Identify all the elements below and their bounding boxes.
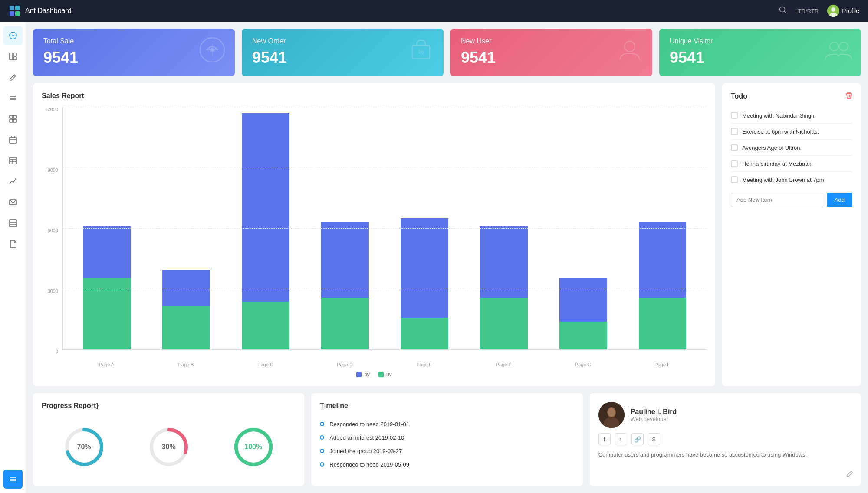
stat-card-total-sale: Total Sale 9541 %	[33, 29, 235, 76]
todo-checkbox[interactable]	[731, 176, 738, 183]
bar-pv	[162, 270, 210, 306]
legend-uv: uv	[378, 371, 392, 378]
svg-rect-3	[15, 11, 20, 16]
bar-uv	[242, 302, 289, 349]
twitter-icon[interactable]: t	[615, 433, 627, 445]
bar-uv	[162, 306, 210, 349]
topnav: Ant Dashboard LTR/RTR Profile	[0, 0, 868, 22]
topnav-right: LTR/RTR Profile	[779, 5, 859, 17]
svg-rect-18	[13, 115, 16, 118]
timeline-title: Timeline	[320, 402, 574, 410]
bar-pv	[242, 113, 289, 302]
sidebar-item-layout[interactable]	[3, 47, 23, 66]
todo-add-button[interactable]: Add	[827, 193, 852, 207]
timeline-item-text: Joined the group 2019-03-27	[329, 448, 402, 454]
todo-item: Meeting with Nabindar Singh	[731, 108, 852, 124]
sidebar-item-dashboard[interactable]	[3, 26, 23, 45]
chart-bar-group	[385, 111, 464, 349]
sidebar-item-calendar[interactable]	[3, 130, 23, 149]
todo-delete-icon[interactable]	[845, 92, 852, 101]
sidebar-item-chart[interactable]	[3, 172, 23, 191]
legend-uv-label: uv	[386, 371, 392, 378]
edit-icon[interactable]	[846, 470, 854, 479]
timeline-item: Joined the group 2019-03-27	[320, 448, 574, 454]
chart-bar-group	[623, 111, 702, 349]
todo-list: Meeting with Nabindar Singh Exercise at …	[731, 108, 852, 187]
chart-bar-group	[226, 111, 306, 349]
sidebar-item-widget[interactable]	[3, 109, 23, 128]
legend-pv: pv	[356, 371, 370, 378]
total-sale-title: Total Sale	[43, 37, 224, 45]
profile-header: Pauline I. Bird Web developer	[598, 402, 852, 428]
todo-checkbox[interactable]	[731, 160, 738, 167]
sidebar-item-inbox[interactable]	[3, 193, 23, 212]
sidebar-item-table[interactable]	[3, 151, 23, 170]
bar-uv	[321, 298, 369, 349]
bar-uv	[83, 278, 131, 349]
bottom-row: Progress Report} 70%	[33, 393, 861, 486]
todo-add-row: Add	[731, 193, 852, 207]
legend-pv-label: pv	[364, 371, 370, 378]
timeline-card: Timeline Responded to need 2019-01-01 Ad…	[311, 393, 582, 486]
todo-item-text: Avengers Age of Ultron.	[742, 145, 802, 151]
y-label-6000: 6000	[42, 228, 61, 233]
search-icon[interactable]	[779, 6, 787, 16]
svg-rect-11	[10, 53, 13, 60]
skype-icon[interactable]: S	[648, 433, 660, 445]
profile-avatar-large	[598, 402, 625, 428]
todo-item: Exercise at 6pm with Nicholas.	[731, 124, 852, 140]
sidebar-item-file[interactable]	[3, 234, 23, 253]
chart-bar-group	[464, 111, 543, 349]
unique-visitor-title: Unique Visitor	[670, 37, 851, 45]
profile-button[interactable]: Profile	[827, 5, 859, 17]
chart-bar-group	[67, 111, 147, 349]
svg-rect-13	[13, 57, 16, 60]
layout: Total Sale 9541 % New Order 9541 % New U…	[0, 22, 868, 493]
svg-rect-2	[10, 11, 14, 16]
profile-bio: Computer users and programmers have beco…	[598, 450, 852, 460]
new-order-title: New Order	[252, 37, 433, 45]
sidebar-item-nav[interactable]	[3, 470, 23, 489]
new-order-icon: %	[407, 36, 435, 69]
svg-point-7	[831, 7, 835, 12]
topnav-left: Ant Dashboard	[9, 5, 72, 17]
svg-rect-1	[15, 6, 20, 10]
sidebar-item-edit[interactable]	[3, 68, 23, 87]
profile-role: Web developer	[631, 416, 677, 422]
svg-rect-12	[13, 53, 16, 56]
todo-title: Todo	[731, 92, 747, 100]
total-sale-value: 9541	[43, 49, 224, 67]
svg-line-5	[784, 11, 786, 13]
todo-input[interactable]	[731, 193, 823, 207]
sidebar-item-menu[interactable]	[3, 89, 23, 108]
progress-card: Progress Report} 70%	[33, 393, 304, 486]
bar-pv	[559, 278, 607, 322]
todo-checkbox[interactable]	[731, 112, 738, 119]
todo-item-text: Meeting with John Brown at 7pm	[742, 177, 824, 183]
todo-checkbox[interactable]	[731, 144, 738, 151]
chart-bar-group	[306, 111, 385, 349]
profile-social: f t 🔗 S	[598, 433, 852, 445]
x-label: Page A	[67, 360, 146, 367]
timeline-dot	[320, 449, 324, 453]
timeline-dot	[320, 435, 324, 440]
svg-point-4	[779, 7, 785, 12]
timeline-item: Added an interest 2019-02-10	[320, 434, 574, 441]
todo-item: Avengers Age of Ultron.	[731, 140, 852, 156]
svg-rect-21	[10, 137, 16, 143]
progress-100: 100%	[232, 425, 275, 469]
sidebar-item-grid[interactable]	[3, 214, 23, 233]
topnav-avatar	[827, 5, 839, 17]
ltr-rtr-toggle[interactable]: LTR/RTR	[796, 8, 819, 14]
app-logo-icon	[9, 5, 21, 17]
facebook-icon[interactable]: f	[598, 433, 611, 445]
progress-30-label: 30%	[162, 443, 176, 451]
svg-rect-0	[10, 6, 14, 10]
link-icon[interactable]: 🔗	[631, 433, 644, 445]
y-label-0: 0	[42, 349, 61, 354]
todo-item: Henna birthday at Mezbaan.	[731, 156, 852, 172]
todo-checkbox[interactable]	[731, 128, 738, 135]
new-user-value: 9541	[461, 49, 642, 67]
new-user-icon	[616, 36, 644, 69]
svg-point-10	[12, 35, 14, 36]
